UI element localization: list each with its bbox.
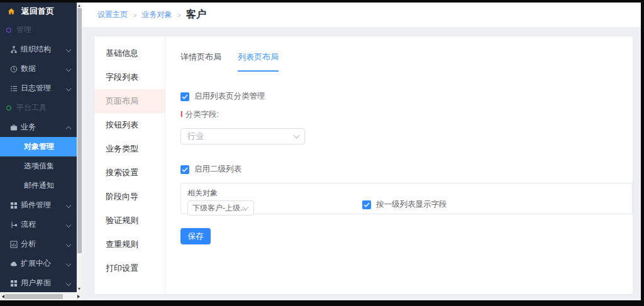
sidebar-item-label: 业务 <box>21 122 36 133</box>
sidebar-item-label: 组织结构 <box>21 44 51 55</box>
menu-item-dedup-rules[interactable]: 查重规则 <box>94 232 165 256</box>
window-frame-right <box>641 0 644 306</box>
scroll-down-arrow-icon[interactable] <box>78 288 80 290</box>
flow-icon <box>10 221 18 229</box>
window-frame-bottom <box>0 300 644 306</box>
main-area: 设置主页 > 业务对象 > 客户 基础信息 字段列表 页面布局 按钮列表 业务类… <box>82 3 641 300</box>
chevron-down-icon <box>66 261 71 266</box>
menu-item-search-settings[interactable]: 搜索设置 <box>94 161 165 185</box>
sidebar-item-analysis[interactable]: 分析 <box>0 234 77 254</box>
related-object-box: 相关对象 下级客户-上级... 按一级列表显示字段 <box>180 183 633 214</box>
sidebar-item-label: 选项值集 <box>24 161 54 172</box>
breadcrumb-link-settings-home[interactable]: 设置主页 <box>97 9 128 20</box>
sidebar-item-back-home[interactable]: 返回首页 <box>0 3 77 20</box>
chevron-down-icon <box>66 203 71 208</box>
enable-category-row: 启用列表页分类管理 <box>180 91 633 102</box>
sidebar-item-manage[interactable]: 管理 <box>0 20 77 40</box>
breadcrumb-separator: > <box>177 11 180 19</box>
clock-icon <box>10 65 18 73</box>
sidebar-item-mail-notify[interactable]: 邮件通知 <box>0 176 77 195</box>
menu-item-field-list[interactable]: 字段列表 <box>94 65 165 89</box>
related-object-select[interactable]: 下级客户-上级... <box>187 200 254 216</box>
sidebar-horizontal-scrollbar[interactable] <box>0 292 82 300</box>
layout-tabs: 详情页布局 列表页布局 <box>180 36 633 72</box>
category-field-label-row: I分类字段: <box>180 109 633 120</box>
sidebar-item-user-interface[interactable]: 用户界面 <box>0 273 77 293</box>
chevron-down-icon <box>66 86 71 91</box>
menu-item-basic-info[interactable]: 基础信息 <box>94 41 165 65</box>
plugin-grid-icon <box>10 202 18 209</box>
show-fields-checkbox[interactable] <box>362 200 371 209</box>
check-icon <box>364 202 370 207</box>
log-list-icon <box>10 85 18 92</box>
scrollbar-thumb[interactable] <box>77 8 82 253</box>
scroll-left-arrow-icon[interactable] <box>2 295 4 298</box>
scroll-right-arrow-icon[interactable] <box>77 295 80 298</box>
sidebar-item-data[interactable]: 数据 <box>0 59 77 79</box>
settings-menu: 基础信息 字段列表 页面布局 按钮列表 业务类型 搜索设置 阶段向导 验证规则 … <box>94 36 165 294</box>
sidebar-item-label: 邮件通知 <box>24 180 54 191</box>
required-mark: I <box>180 110 182 119</box>
sidebar-item-label: 插件管理 <box>21 200 51 210</box>
sidebar-vertical-scrollbar[interactable] <box>77 3 82 292</box>
menu-item-business-type[interactable]: 业务类型 <box>94 137 165 161</box>
sidebar-item-label: 扩展中心 <box>21 258 51 269</box>
chevron-down-icon <box>66 222 71 227</box>
sidebar-item-label: 日志管理 <box>21 83 51 94</box>
scroll-up-arrow-icon[interactable] <box>78 4 80 7</box>
sidebar-item-label: 对象管理 <box>24 141 54 152</box>
sidebar-item-label: 返回首页 <box>21 6 54 17</box>
menu-item-page-layout[interactable]: 页面布局 <box>94 89 165 113</box>
chevron-down-icon <box>294 133 300 139</box>
sidebar-item-label: 平台工具 <box>16 102 47 113</box>
chevron-down-icon <box>66 281 71 286</box>
tab-list-page-layout[interactable]: 列表页布局 <box>238 52 279 72</box>
chevron-down-icon <box>66 47 71 52</box>
category-field-select[interactable]: 行业 <box>180 128 305 145</box>
briefcase-icon <box>10 124 18 131</box>
breadcrumb-separator: > <box>133 11 136 19</box>
related-object-select-value: 下级客户-上级... <box>192 203 247 214</box>
related-object-label: 相关对象 <box>187 188 626 199</box>
sidebar-item-extension-center[interactable]: 扩展中心 <box>0 254 77 273</box>
tab-detail-page-layout[interactable]: 详情页布局 <box>180 52 221 72</box>
save-button[interactable]: 保存 <box>180 228 211 244</box>
menu-item-validation-rules[interactable]: 验证规则 <box>94 209 165 232</box>
sidebar-item-business[interactable]: 业务 <box>0 117 77 137</box>
check-icon <box>182 167 188 172</box>
enable-secondary-row: 启用二级列表 <box>180 164 633 175</box>
category-field-label: 分类字段: <box>185 110 218 119</box>
enable-secondary-checkbox[interactable] <box>180 165 189 174</box>
sidebar-item-plugin-manage[interactable]: 插件管理 <box>0 195 77 215</box>
tab-content: 详情页布局 列表页布局 启用列表页分类管理 I分类字段: 行业 <box>180 36 633 294</box>
category-field-select-value: 行业 <box>187 131 204 142</box>
sidebar-item-object-manage[interactable]: 对象管理 <box>0 137 77 156</box>
sidebar-item-platform-tools[interactable]: 平台工具 <box>0 98 77 117</box>
settings-card: 基础信息 字段列表 页面布局 按钮列表 业务类型 搜索设置 阶段向导 验证规则 … <box>94 36 633 294</box>
app-window: 返回首页 管理 组织结构 数据 日志管理 平台工具 业务 <box>0 0 644 306</box>
show-fields-label: 按一级列表显示字段 <box>376 199 447 210</box>
scrollbar-thumb[interactable] <box>5 294 63 299</box>
sidebar-item-org-structure[interactable]: 组织结构 <box>0 40 77 59</box>
enable-category-label: 启用列表页分类管理 <box>194 91 265 102</box>
cloud-icon <box>10 260 18 268</box>
check-icon <box>182 94 188 99</box>
enable-category-checkbox[interactable] <box>180 92 189 101</box>
page-title: 客户 <box>186 8 206 21</box>
menu-item-button-list[interactable]: 按钮列表 <box>94 113 165 137</box>
sidebar-item-flow[interactable]: 流程 <box>0 215 77 234</box>
chart-icon <box>10 241 18 248</box>
sidebar-item-log-manage[interactable]: 日志管理 <box>0 79 77 98</box>
menu-item-print-settings[interactable]: 打印设置 <box>94 256 165 280</box>
chevron-up-icon <box>66 126 71 131</box>
sidebar: 返回首页 管理 组织结构 数据 日志管理 平台工具 业务 <box>0 3 77 292</box>
sidebar-item-label: 流程 <box>21 219 36 230</box>
breadcrumb-link-business-object[interactable]: 业务对象 <box>142 9 172 20</box>
sidebar-item-label: 管理 <box>16 25 31 35</box>
sidebar-item-label: 数据 <box>21 63 36 74</box>
home-icon <box>8 8 15 15</box>
show-fields-row: 按一级列表显示字段 <box>362 199 447 210</box>
menu-item-stage-wizard[interactable]: 阶段向导 <box>94 185 165 209</box>
sidebar-item-option-values[interactable]: 选项值集 <box>0 156 77 176</box>
ring-icon <box>6 28 11 33</box>
